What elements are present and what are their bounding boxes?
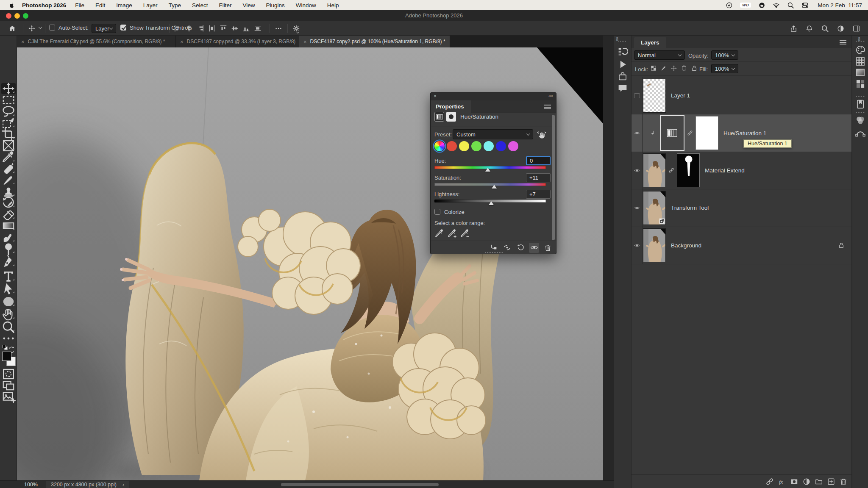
visibility-button[interactable] (529, 243, 539, 253)
lock-position-icon[interactable] (670, 65, 677, 72)
align-bottom-icon[interactable] (242, 25, 250, 32)
menu-file[interactable]: File (70, 2, 90, 8)
saturation-slider-track[interactable] (434, 183, 546, 186)
menubar-clock[interactable]: Mon 2 Feb 11:57 (818, 2, 862, 8)
auto-select-checkbox[interactable] (49, 25, 55, 30)
share-icon[interactable] (790, 25, 798, 33)
horizontal-scrollbar[interactable] (281, 483, 439, 486)
lock-transparency-icon[interactable] (650, 65, 657, 72)
color-channel-swatch[interactable] (484, 141, 494, 151)
lock-all-icon[interactable] (691, 65, 698, 72)
visibility-toggle[interactable] (632, 77, 643, 114)
menu-layer[interactable]: Layer (138, 2, 163, 8)
layer-name[interactable]: Layer 1 (671, 92, 690, 99)
apple-menu-icon[interactable] (8, 2, 15, 8)
hand-tool[interactable] (1, 309, 16, 320)
gear-icon[interactable] (292, 25, 300, 32)
notifications-icon[interactable] (805, 25, 813, 33)
dock-grip[interactable] (856, 41, 865, 42)
hue-value-input[interactable]: 0 (526, 156, 551, 165)
edit-toolbar-tool[interactable] (1, 333, 16, 344)
lightness-value-input[interactable]: +7 (526, 190, 551, 199)
visibility-icon[interactable] (633, 168, 641, 173)
lock-artboard-icon[interactable] (681, 65, 687, 72)
align-center-v-icon[interactable] (231, 25, 239, 32)
lock-brush-icon[interactable] (660, 65, 667, 72)
close-tab-icon[interactable]: × (303, 39, 307, 45)
dropper-minus-icon[interactable] (460, 228, 470, 238)
layer-name[interactable]: Background (671, 242, 701, 249)
panel-resize-grip[interactable] (485, 252, 503, 253)
delete-layer-icon[interactable] (839, 477, 848, 486)
menu-help[interactable]: Help (322, 2, 345, 8)
tab-layers[interactable]: Layers (634, 37, 666, 48)
menu-select[interactable]: Select (186, 2, 214, 8)
visibility-toggle[interactable] (632, 227, 643, 264)
reset-button[interactable] (515, 243, 526, 253)
wd-badge[interactable]: WD (740, 3, 751, 8)
delete-button[interactable] (542, 243, 553, 253)
mask-icon[interactable] (446, 112, 456, 122)
colorize-checkbox[interactable] (434, 209, 440, 215)
layer-effects-icon[interactable]: fx (778, 477, 786, 486)
contrast-icon[interactable] (837, 25, 845, 33)
collapse-dock-icon[interactable]: «« (615, 37, 620, 41)
path-selection-tool[interactable] (1, 283, 16, 294)
show-transform-controls-checkbox[interactable] (120, 25, 126, 30)
visibility-icon[interactable] (633, 243, 641, 248)
dock-grip[interactable] (856, 112, 865, 113)
foreground-color-swatch[interactable] (2, 352, 11, 361)
layer-row[interactable]: Background (632, 227, 851, 264)
targeted-adjustment-icon[interactable] (537, 129, 547, 139)
export-panel-icon[interactable] (617, 71, 628, 81)
wifi-icon[interactable] (773, 2, 780, 9)
move-tool-chevron-icon[interactable] (39, 25, 42, 29)
add-layer-mask-icon[interactable] (790, 477, 798, 486)
color-channel-swatch[interactable] (459, 141, 469, 151)
more-options-icon[interactable] (275, 25, 282, 32)
share-image-button[interactable] (1, 391, 16, 402)
layer-thumbnail[interactable] (643, 153, 666, 187)
layer-mask-thumbnail[interactable] (696, 116, 718, 150)
search-icon[interactable] (787, 2, 794, 9)
color-channel-swatch[interactable] (508, 141, 518, 151)
layer-name[interactable]: Material Extend (705, 167, 745, 174)
color-channel-swatch[interactable] (434, 141, 445, 151)
align-center-h-icon[interactable] (185, 25, 193, 32)
layer-thumbnail[interactable] (643, 79, 666, 113)
patterns-panel-icon[interactable] (855, 79, 866, 89)
close-panel-icon[interactable]: × (434, 93, 437, 99)
new-group-icon[interactable] (815, 477, 823, 486)
layer-thumbnail[interactable] (643, 228, 666, 262)
w-app-icon[interactable] (726, 2, 733, 9)
color-channel-swatch[interactable] (496, 141, 506, 151)
menu-filter[interactable]: Filter (213, 2, 237, 8)
hue-slider-thumb[interactable] (485, 168, 490, 172)
visibility-toggle[interactable] (632, 152, 643, 189)
visibility-empty-box[interactable] (634, 93, 640, 98)
move-tool-icon[interactable] (28, 25, 36, 32)
menu-type[interactable]: Type (163, 2, 186, 8)
collapse-panel-icon[interactable]: «« (548, 93, 553, 98)
align-top-icon[interactable] (220, 25, 227, 32)
document-tab[interactable]: × DSCF4187 copy.psd @ 33.3% (Layer 3, RG… (176, 36, 299, 47)
properties-menu-icon[interactable] (544, 105, 551, 109)
history-panel-icon[interactable] (617, 47, 628, 57)
preset-dropdown[interactable]: Custom (453, 129, 533, 139)
align-left-icon[interactable] (174, 25, 181, 32)
menu-window[interactable]: Window (290, 2, 322, 8)
layer-row[interactable]: Hue/Saturation 1 (632, 114, 851, 152)
link-layers-icon[interactable] (765, 477, 774, 486)
dock-grip[interactable] (618, 41, 627, 42)
search-icon[interactable] (821, 25, 829, 33)
saturation-slider-thumb[interactable] (492, 185, 497, 189)
menu-view[interactable]: View (237, 2, 260, 8)
layer-mask-thumbnail[interactable] (677, 153, 700, 187)
properties-panel-titlebar[interactable]: × «« (431, 93, 556, 100)
blend-mode-dropdown[interactable]: Normal (634, 50, 685, 60)
menu-plugins[interactable]: Plugins (260, 2, 290, 8)
layers-panel-menu-icon[interactable] (840, 40, 846, 44)
properties-scrollbar[interactable] (552, 115, 555, 240)
workspace-icon[interactable] (852, 25, 860, 33)
layer-row[interactable]: Layer 1 (632, 77, 851, 114)
